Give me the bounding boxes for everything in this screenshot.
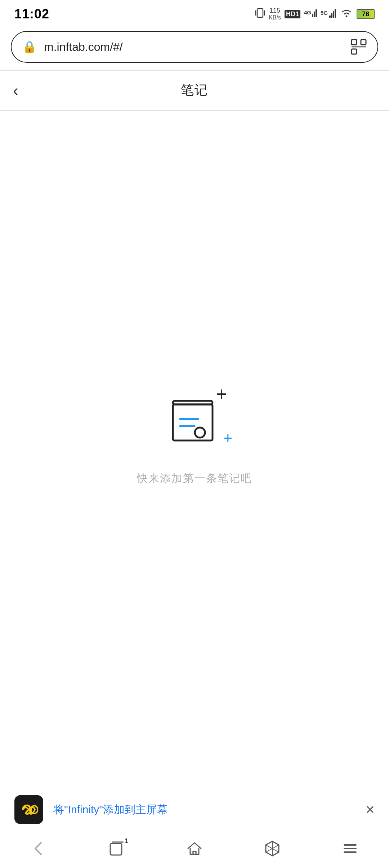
plus-large-icon: + [216,385,227,403]
status-time: 11:02 [14,6,49,22]
svg-rect-9 [331,13,332,18]
svg-rect-0 [257,9,263,17]
status-bar: 11:02 115 KB/s HD1 4G [0,0,389,25]
svg-rect-11 [335,9,336,18]
nav-hamburger[interactable] [311,832,389,864]
svg-rect-10 [333,11,334,18]
status-icons: 115 KB/s HD1 4G 5G [255,7,375,21]
page-header: ‹ 笔记 [0,71,389,110]
nav-tabs-icon[interactable]: 1 [107,839,126,858]
nav-menu3d-icon[interactable] [263,839,282,858]
sim1-label: HD1 [285,10,300,18]
svg-rect-4 [312,14,313,17]
nav-hamburger-icon[interactable] [341,839,359,858]
lock-icon: 🔒 [22,40,37,54]
network-speed: 115 KB/s [269,7,281,21]
nav-menu3d[interactable] [233,832,311,864]
nav-tabs[interactable]: 1 [78,832,156,864]
page-title: 笔记 [181,81,208,99]
5g-icon: 5G [321,8,336,20]
vibrate-icon [255,7,265,21]
wifi-icon [340,8,353,20]
plus-small-icon: + [223,431,232,446]
nav-home-icon[interactable] [185,839,204,858]
svg-rect-14 [361,40,366,45]
svg-rect-18 [173,404,213,440]
back-button[interactable]: ‹ [13,83,18,98]
svg-text:5G: 5G [321,10,328,16]
nav-back-icon[interactable] [30,839,48,858]
empty-state-text: 快来添加第一条笔记吧 [137,471,252,486]
empty-state: + + 快来添加第一条笔记吧 [137,385,252,486]
url-bar[interactable]: 🔒 m.inftab.com/#/ [11,31,378,63]
empty-icon-wrapper: + + [158,385,231,457]
bottom-nav: 1 [0,832,389,868]
svg-rect-6 [316,9,317,17]
nav-home[interactable] [156,832,233,864]
url-text[interactable]: m.inftab.com/#/ [44,40,344,54]
svg-point-21 [195,428,205,438]
url-bar-container: 🔒 m.inftab.com/#/ [0,25,389,70]
nav-back[interactable] [0,832,78,864]
infinity-logo [14,795,43,824]
svg-rect-22 [110,843,122,855]
note-icon [166,392,223,449]
svg-rect-13 [352,40,357,45]
svg-rect-8 [329,15,331,18]
svg-point-12 [346,15,348,17]
battery-indicator: 78 [357,9,375,19]
scan-icon[interactable] [351,39,367,55]
tabs-badge: 1 [125,838,128,844]
svg-text:4G: 4G [304,9,311,15]
4g-icon: 4G [304,8,317,20]
banner-close-button[interactable]: × [366,802,375,817]
bottom-banner: 将"Infinity"添加到主屏幕 × [0,787,389,832]
main-content: + + 快来添加第一条笔记吧 [0,111,389,687]
banner-text: 将"Infinity"添加到主屏幕 [53,802,356,817]
svg-rect-5 [314,12,315,17]
svg-rect-15 [352,49,357,54]
svg-rect-24 [193,851,196,854]
